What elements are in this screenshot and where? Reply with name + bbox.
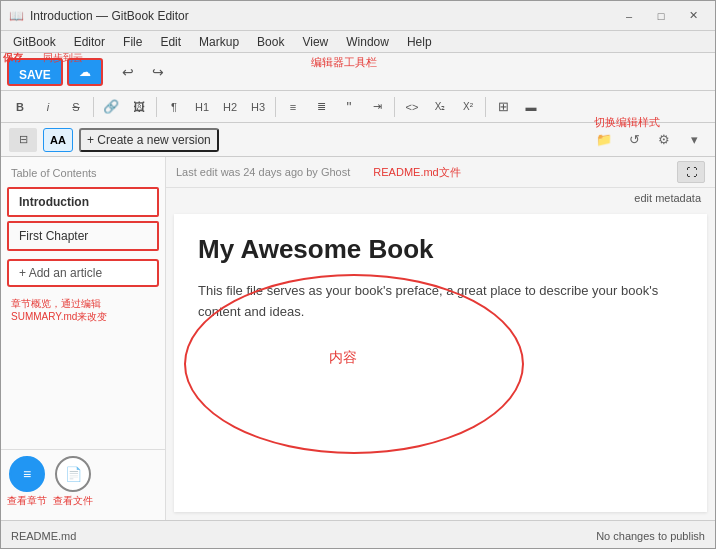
toolbar: 保存 SAVE ☁ 同步到云 ↩ ↪ 编辑器工具栏 xyxy=(1,53,715,91)
status-publish: No changes to publish xyxy=(596,530,705,542)
ul-button[interactable]: ≡ xyxy=(280,95,306,119)
sidebar-item-introduction[interactable]: Introduction xyxy=(7,187,159,217)
separator-2 xyxy=(156,97,157,117)
preview-button[interactable]: ⛶ xyxy=(677,161,705,183)
minimize-button[interactable]: – xyxy=(615,6,643,26)
editor-toolbar-label: 编辑器工具栏 xyxy=(311,55,377,70)
more-button[interactable]: ▬ xyxy=(518,95,544,119)
indent-button[interactable]: ⇥ xyxy=(364,95,390,119)
close-button[interactable]: ✕ xyxy=(679,6,707,26)
sidebar-annotation: 章节概览，通过编辑SUMMARY.md来改变 xyxy=(1,293,165,327)
style-switch-label: 切换编辑样式 xyxy=(594,115,660,130)
menu-edit[interactable]: Edit xyxy=(152,33,189,51)
redo-button[interactable]: ↪ xyxy=(145,60,171,84)
superscript-button[interactable]: X² xyxy=(455,95,481,119)
more-version-button[interactable]: ▾ xyxy=(681,128,707,152)
title-bar-controls: – □ ✕ xyxy=(615,6,707,26)
last-edit-info: Last edit was 24 days ago by Ghost xyxy=(176,166,350,178)
menu-book[interactable]: Book xyxy=(249,33,292,51)
version-bar: ⊟ AA + Create a new version 📁 ↺ ⚙ ▾ 切换编辑… xyxy=(1,123,715,157)
subscript-button[interactable]: X₂ xyxy=(427,95,453,119)
content-area: Last edit was 24 days ago by Ghost READM… xyxy=(166,157,715,520)
quote-button[interactable]: " xyxy=(336,95,362,119)
content-body: My Awesome Book This file file serves as… xyxy=(174,214,707,512)
view-chapters-item: ≡ 查看章节 xyxy=(7,456,47,508)
files-icon: 📄 xyxy=(65,466,82,482)
view-chapters-button[interactable]: ≡ xyxy=(9,456,45,492)
menu-bar: GitBook Editor File Edit Markup Book Vie… xyxy=(1,31,715,53)
version-icons: 📁 ↺ ⚙ ▾ xyxy=(591,128,707,152)
cloud-icon: ☁ xyxy=(79,65,91,79)
app-icon: 📖 xyxy=(9,9,24,23)
files-icon-button[interactable]: 📁 xyxy=(591,128,617,152)
link-button[interactable]: 🔗 xyxy=(98,95,124,119)
menu-markup[interactable]: Markup xyxy=(191,33,247,51)
new-version-button[interactable]: + Create a new version xyxy=(79,128,219,152)
aa-button[interactable]: AA xyxy=(43,128,73,152)
refresh-icon-button[interactable]: ↺ xyxy=(621,128,647,152)
menu-window[interactable]: Window xyxy=(338,33,397,51)
paragraph-button[interactable]: ¶ xyxy=(161,95,187,119)
menu-editor[interactable]: Editor xyxy=(66,33,113,51)
status-bar: README.md No changes to publish xyxy=(1,520,715,549)
italic-button[interactable]: i xyxy=(35,95,61,119)
table-button[interactable]: ⊞ xyxy=(490,95,516,119)
settings-icon-button[interactable]: ⚙ xyxy=(651,128,677,152)
menu-help[interactable]: Help xyxy=(399,33,440,51)
bold-button[interactable]: B xyxy=(7,95,33,119)
main-area: Table of Contents Introduction First Cha… xyxy=(1,157,715,520)
image-button[interactable]: 🖼 xyxy=(126,95,152,119)
sidebar-title: Table of Contents xyxy=(1,163,165,185)
add-article-button[interactable]: + Add an article xyxy=(7,259,159,287)
readme-label: README.md文件 xyxy=(373,166,460,178)
strikethrough-button[interactable]: S xyxy=(63,95,89,119)
menu-view[interactable]: View xyxy=(294,33,336,51)
view-files-item: 📄 查看文件 xyxy=(53,456,93,508)
h2-button[interactable]: H2 xyxy=(217,95,243,119)
separator-5 xyxy=(485,97,486,117)
content-header-left: Last edit was 24 days ago by Ghost READM… xyxy=(176,165,461,180)
content-title: My Awesome Book xyxy=(198,234,683,265)
chapters-icon: ≡ xyxy=(23,466,31,482)
title-bar: 📖 Introduction — GitBook Editor – □ ✕ xyxy=(1,1,715,31)
content-header: Last edit was 24 days ago by Ghost READM… xyxy=(166,157,715,188)
status-file: README.md xyxy=(11,530,76,542)
edit-metadata-button[interactable]: edit metadata xyxy=(628,190,707,206)
view-files-button[interactable]: 📄 xyxy=(55,456,91,492)
separator-4 xyxy=(394,97,395,117)
h1-button[interactable]: H1 xyxy=(189,95,215,119)
content-text: This file file serves as your book's pre… xyxy=(198,281,683,323)
title-bar-left: 📖 Introduction — GitBook Editor xyxy=(9,9,189,23)
sidebar: Table of Contents Introduction First Cha… xyxy=(1,157,166,520)
content-annotation-label: 内容 xyxy=(329,349,357,367)
window-title: Introduction — GitBook Editor xyxy=(30,9,189,23)
code-button[interactable]: <> xyxy=(399,95,425,119)
view-files-label: 查看文件 xyxy=(53,494,93,508)
view-chapters-label: 查看章节 xyxy=(7,494,47,508)
sync-label-cn: 同步到云 xyxy=(43,51,83,65)
menu-file[interactable]: File xyxy=(115,33,150,51)
sync-button[interactable]: ☁ 同步到云 xyxy=(67,58,103,86)
save-label-cn: 保存 xyxy=(3,51,23,65)
maximize-button[interactable]: □ xyxy=(647,6,675,26)
menu-gitbook[interactable]: GitBook xyxy=(5,33,64,51)
separator-3 xyxy=(275,97,276,117)
sidebar-item-first-chapter[interactable]: First Chapter xyxy=(7,221,159,251)
sidebar-bottom: ≡ 查看章节 📄 查看文件 xyxy=(1,449,165,514)
undo-button[interactable]: ↩ xyxy=(115,60,141,84)
separator-1 xyxy=(93,97,94,117)
ol-button[interactable]: ≣ xyxy=(308,95,334,119)
layout-btn[interactable]: ⊟ xyxy=(9,128,37,152)
h3-button[interactable]: H3 xyxy=(245,95,271,119)
content-header-right: ⛶ xyxy=(677,161,705,183)
